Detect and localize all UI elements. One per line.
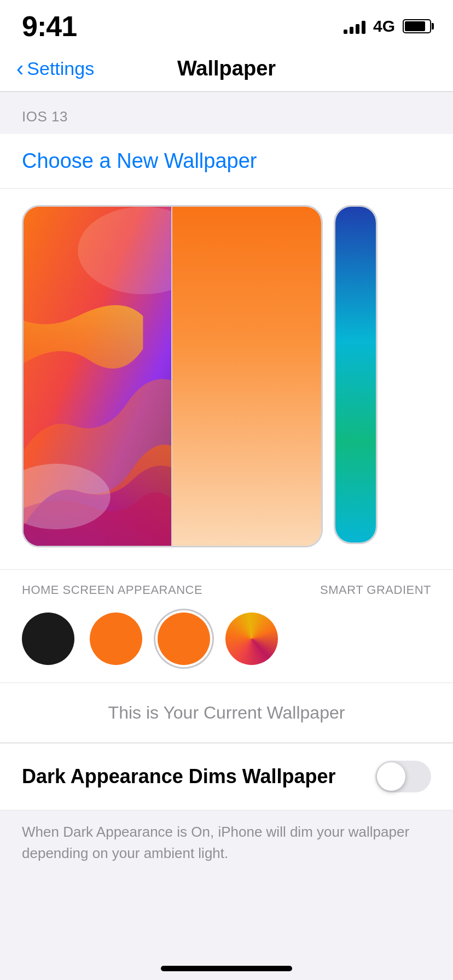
home-screen-wallpaper[interactable] (172, 207, 321, 546)
color-wallpaper[interactable] (225, 612, 278, 665)
current-wallpaper-text: This is Your Current Wallpaper (0, 683, 453, 743)
color-orange[interactable] (90, 612, 142, 665)
signal-bar-4 (362, 21, 365, 34)
appearance-header: HOME SCREEN APPEARANCE SMART GRADIENT (22, 583, 431, 597)
signal-icon (344, 19, 365, 34)
bottom-section: Dark Appearance Dims Wallpaper When Dark… (0, 743, 453, 886)
network-type: 4G (373, 17, 395, 36)
lock-screen-wallpaper[interactable] (24, 207, 172, 546)
status-bar: 9:41 4G (0, 0, 453, 48)
smart-gradient-label: SMART GRADIENT (320, 583, 431, 597)
dark-appearance-toggle[interactable] (375, 761, 431, 792)
signal-bar-1 (344, 30, 347, 34)
signal-bar-2 (350, 27, 353, 34)
wallpaper-pair-active[interactable] (22, 205, 323, 547)
status-time: 9:41 (22, 10, 77, 43)
choose-wallpaper-link[interactable]: Choose a New Wallpaper (0, 134, 453, 189)
home-indicator (161, 966, 292, 971)
dark-appearance-row: Dark Appearance Dims Wallpaper (0, 743, 453, 810)
dark-appearance-label: Dark Appearance Dims Wallpaper (22, 765, 375, 788)
wave-overlay (24, 207, 171, 546)
color-black[interactable] (22, 612, 74, 665)
nav-bar: ‹ Settings Wallpaper (0, 48, 453, 92)
toggle-thumb (377, 762, 405, 791)
appearance-section: HOME SCREEN APPEARANCE SMART GRADIENT (0, 569, 453, 682)
back-label: Settings (27, 58, 94, 79)
home-screen-appearance-label: HOME SCREEN APPEARANCE (22, 583, 202, 597)
battery-icon (403, 19, 431, 33)
dark-appearance-description: When Dark Appearance is On, iPhone will … (0, 810, 453, 886)
color-options (22, 612, 431, 665)
section-label: IOS 13 (0, 92, 453, 134)
status-icons: 4G (344, 17, 431, 36)
wallpaper-third-preview[interactable] (334, 205, 378, 544)
blue-wallpaper (335, 207, 376, 542)
wallpaper-preview-section (0, 189, 453, 569)
bottom-spacing (0, 886, 453, 930)
page-title: Wallpaper (177, 57, 276, 80)
battery-fill (405, 21, 425, 31)
chevron-left-icon: ‹ (16, 57, 24, 79)
back-button[interactable]: ‹ Settings (16, 58, 94, 79)
signal-bar-3 (356, 24, 359, 34)
choose-wallpaper-area: Choose a New Wallpaper (0, 134, 453, 189)
color-orange-selected[interactable] (158, 612, 210, 665)
